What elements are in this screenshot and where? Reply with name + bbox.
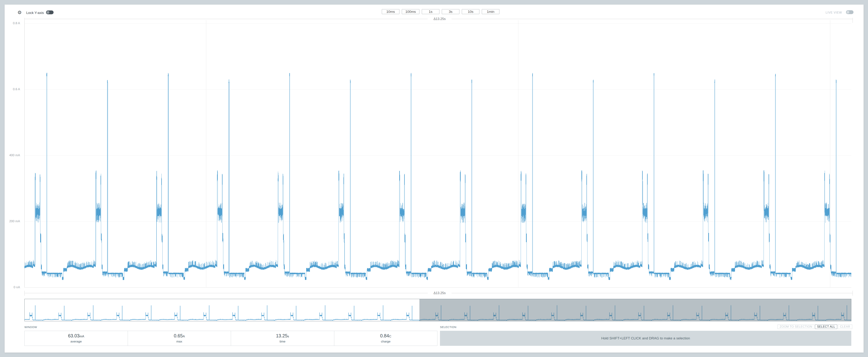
window-button-100ms[interactable]: 100ms (402, 9, 420, 14)
selection-action-buttons: ZOOM TO SELECTION SELECT ALL CLEAR (778, 325, 852, 329)
bottom-delta-label: Δ13.25s (431, 291, 448, 295)
stat-time-unit: s (287, 335, 289, 338)
y-tick-0.8A: 0.8 A (13, 22, 20, 25)
stat-max-unit: A (183, 335, 185, 338)
stat-average-value: 63.03 (68, 333, 80, 338)
lock-y-axis-toggle[interactable] (46, 10, 54, 14)
top-ruler-line-right (452, 19, 853, 19)
window-button-1min[interactable]: 1min (482, 9, 499, 14)
bottom-ruler-tick-left (24, 291, 25, 296)
window-button-3s[interactable]: 3s (442, 9, 459, 14)
live-view-label: LIVE VIEW (826, 11, 842, 14)
clear-selection-button[interactable]: CLEAR (838, 325, 852, 329)
current-trace-chart[interactable] (24, 20, 851, 288)
stat-max-value: 0.65 (174, 333, 183, 338)
stat-average-label: average (70, 340, 82, 344)
stat-max-label: max (176, 340, 182, 344)
lock-y-axis-toggle-knob (46, 11, 49, 14)
bottom-ruler-tick-right (852, 291, 853, 296)
app-card: ⚙ Lock Y-axis 10ms 100ms 1s 3s 10s 1min … (5, 5, 864, 353)
stat-average: 63.03mA average (25, 331, 128, 346)
stat-average-unit: mA (80, 335, 84, 338)
window-button-10s[interactable]: 10s (462, 9, 479, 14)
selection-stats-panel[interactable]: Hold SHIFT+LEFT CLICK and DRAG to make a… (440, 331, 851, 346)
stat-time-label: time (280, 340, 285, 344)
window-duration-button-group: 10ms 100ms 1s 3s 10s 1min (382, 9, 499, 14)
live-view-toggle-knob (846, 11, 849, 13)
bottom-ruler-line-left (24, 293, 428, 293)
settings-gear-icon[interactable]: ⚙ (18, 10, 22, 15)
stat-time-value: 13.25 (276, 333, 287, 338)
selection-section-label: SELECTION (440, 325, 457, 329)
zoom-to-selection-button[interactable]: ZOOM TO SELECTION (778, 325, 814, 329)
window-stats-panel: 63.03mA average 0.65A max 13.25s time 0.… (24, 331, 437, 346)
select-all-button[interactable]: SELECT ALL (815, 325, 837, 329)
selection-hint-text: Hold SHIFT+LEFT CLICK and DRAG to make a… (601, 336, 690, 340)
window-button-1s[interactable]: 1s (422, 9, 439, 14)
stat-charge: 0.84C charge (334, 331, 437, 346)
top-ruler-line-left (24, 19, 428, 19)
live-view-toggle[interactable] (846, 10, 854, 14)
y-tick-400mA: 400 mA (9, 154, 20, 157)
stat-max: 0.65A max (128, 331, 231, 346)
y-tick-0nA: 0 nA (13, 286, 20, 289)
top-ruler-tick-right (852, 18, 853, 23)
window-section-label: WINDOW (24, 325, 37, 329)
stat-charge-value: 0.84 (380, 333, 389, 338)
minimap-outside-window-overlay[interactable] (420, 299, 851, 321)
stat-charge-unit: C (389, 335, 391, 338)
stat-charge-label: charge (381, 340, 391, 344)
y-tick-200mA: 200 mA (9, 220, 20, 223)
recording-minimap[interactable] (24, 299, 851, 321)
bottom-ruler-line-right (452, 293, 853, 293)
window-button-10ms[interactable]: 10ms (382, 9, 399, 14)
power-profiler-app: { "header": { "lock_y_axis_label": "Lock… (0, 0, 868, 357)
y-tick-0.6A: 0.6 A (13, 88, 20, 91)
lock-y-axis-label: Lock Y-axis (26, 11, 44, 15)
stat-time: 13.25s time (231, 331, 334, 346)
